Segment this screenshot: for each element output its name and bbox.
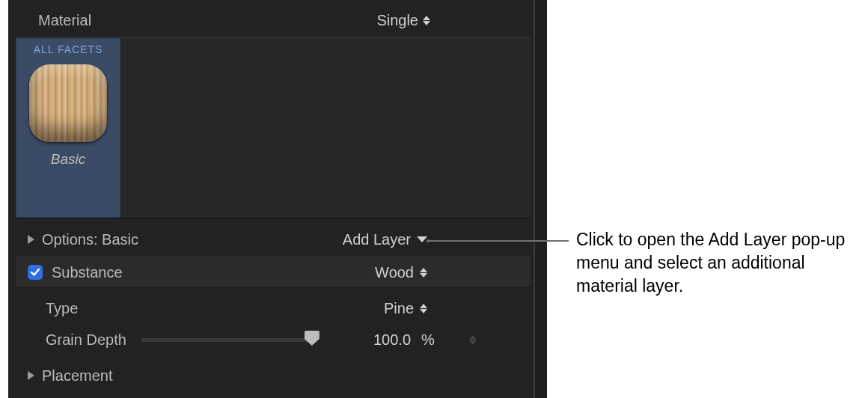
updown-arrows-icon[interactable] [469,335,477,345]
material-mode-dropdown[interactable]: Single [376,12,430,29]
substance-label: Substance [52,264,123,281]
type-value-dropdown[interactable]: Pine [384,300,427,317]
updown-arrows-icon [420,304,427,313]
svg-marker-6 [469,335,477,340]
chevron-down-icon [417,236,427,242]
grain-depth-label: Grain Depth [46,331,126,349]
type-row: Type Pine [16,293,531,323]
material-inspector-panel: Material Single ALL FACETS Basic Options… [8,0,547,398]
options-row: Options: Basic Add Layer [16,224,531,254]
svg-marker-2 [420,268,427,272]
callout-text: Click to open the Add Layer pop-up menu … [576,228,853,298]
svg-marker-1 [423,21,430,25]
material-header-row: Material Single [38,9,525,31]
svg-marker-5 [420,309,427,313]
svg-marker-0 [423,16,430,20]
svg-marker-3 [420,273,427,278]
grain-depth-unit: % [421,331,435,349]
disclosure-triangle-icon[interactable] [28,371,34,380]
grain-depth-value-field[interactable]: 100.0 % [330,331,435,349]
grain-depth-slider[interactable] [141,332,312,347]
options-label: Options: Basic [42,231,138,248]
check-icon [30,267,40,278]
grain-depth-row: Grain Depth 100.0 % [16,325,531,355]
updown-arrows-icon [423,16,430,25]
add-layer-label: Add Layer [343,231,411,248]
material-thumbnail [29,64,107,142]
add-layer-menu[interactable]: Add Layer [343,231,427,248]
updown-arrows-icon [420,268,427,278]
svg-marker-4 [420,304,427,308]
svg-marker-7 [469,340,477,345]
facet-card-basic[interactable]: ALL FACETS Basic [16,38,120,218]
material-mode-value: Single [376,12,418,29]
material-label: Material [38,12,91,29]
substance-row: Substance Wood [16,257,531,288]
type-label: Type [46,300,78,317]
placement-label: Placement [42,367,113,385]
substance-checkbox[interactable] [28,265,43,280]
substance-value-dropdown[interactable]: Wood [375,264,427,281]
facets-area: ALL FACETS Basic [16,37,531,218]
placement-row: Placement [16,361,531,391]
facet-tab-label: ALL FACETS [16,39,120,61]
grain-depth-value: 100.0 [373,331,411,349]
slider-thumb[interactable] [305,331,320,346]
panel-right-border [534,0,547,398]
slider-track [141,338,312,342]
facet-caption: Basic [51,151,85,168]
type-value: Pine [384,300,414,317]
substance-value: Wood [375,264,414,281]
disclosure-triangle-icon[interactable] [28,235,34,244]
